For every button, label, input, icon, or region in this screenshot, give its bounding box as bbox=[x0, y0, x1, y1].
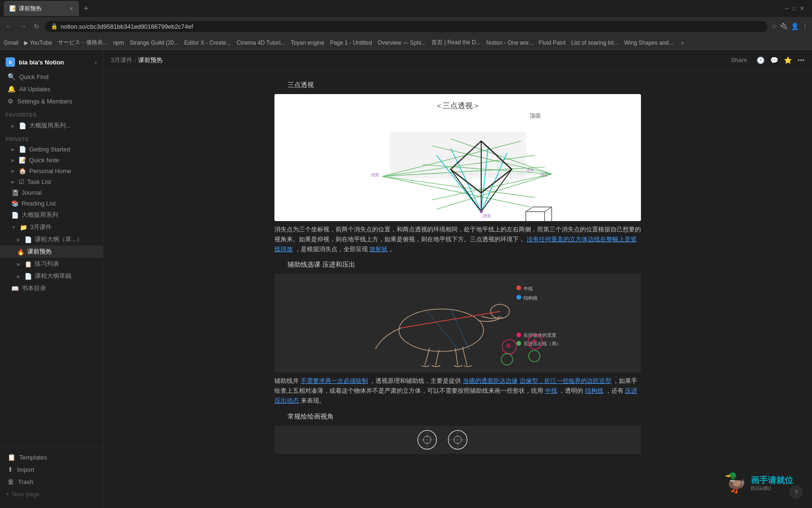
bookmark-strange-guild[interactable]: Strange Guild (20... bbox=[130, 40, 179, 46]
sidebar-item-course-outline[interactable]: ▶ 📄 课程大纲（草...） bbox=[0, 233, 103, 246]
svg-point-56 bbox=[529, 350, 540, 362]
sidebar-item-pre-class[interactable]: 🔥 课前预热 bbox=[0, 246, 103, 258]
sidebar-item-book-catalog[interactable]: 📖 书本目录 bbox=[0, 282, 103, 294]
import-label: Import bbox=[17, 466, 34, 473]
history-icon[interactable]: 🕐 bbox=[757, 56, 765, 64]
text1-link2[interactable]: 放射状 bbox=[369, 246, 388, 253]
share-button[interactable]: Share bbox=[727, 55, 751, 65]
svg-line-10 bbox=[383, 176, 535, 198]
bird-icon: 🦆 bbox=[724, 472, 747, 494]
workspace-icon: b bbox=[6, 57, 15, 67]
sidebar-item-quick-note[interactable]: ▶ 📝 Quick Note bbox=[0, 155, 103, 166]
maximize-button[interactable]: □ bbox=[793, 5, 796, 12]
sidebar-item-updates[interactable]: 🔔 All Updates bbox=[2, 83, 101, 95]
new-page-button[interactable]: + New page bbox=[0, 488, 103, 500]
sidebar-item-dapan[interactable]: 📄 大概版用系列 bbox=[0, 209, 103, 221]
bookmark-toyan[interactable]: Toyan engine bbox=[291, 40, 324, 46]
address-bar[interactable]: 🔒 notion.so/cbc3d9581bb341ed90186799eb2c… bbox=[45, 21, 767, 32]
bookmark-fluid[interactable]: Fluid Paint bbox=[539, 40, 566, 46]
profile-icon[interactable]: 👤 bbox=[791, 23, 799, 30]
svg-line-47 bbox=[462, 347, 467, 365]
refresh-button[interactable]: ↻ bbox=[32, 22, 41, 31]
sidebar-item-import[interactable]: ⬆ Import bbox=[2, 463, 101, 476]
svg-text:消失: 消失 bbox=[526, 168, 534, 173]
text1-content3: 。 bbox=[390, 246, 396, 253]
forward-button[interactable]: → bbox=[18, 22, 28, 31]
templates-icon: 📋 bbox=[8, 453, 16, 461]
text2-link5[interactable]: 结构线 bbox=[585, 387, 603, 394]
svg-text:中线: 中线 bbox=[523, 286, 533, 291]
svg-point-40 bbox=[516, 341, 521, 346]
bookmark-cinema4d[interactable]: Cinema 4D Tutori... bbox=[236, 40, 285, 46]
workspace-header[interactable]: b bia bia's Notion ● bbox=[0, 54, 103, 71]
bookmark-birds[interactable]: List of soaring bir... bbox=[571, 40, 619, 46]
sidebar-item-settings[interactable]: ⚙ Settings & Members bbox=[2, 95, 101, 107]
text2-content1: ，透视原理和辅助线，主要是提供 bbox=[369, 377, 461, 384]
close-button[interactable]: ✕ bbox=[800, 5, 804, 12]
svg-point-38 bbox=[516, 333, 521, 337]
tab-close-button[interactable]: ✕ bbox=[69, 6, 73, 12]
sidebar-bottom: 📋 Templates ⬆ Import 🗑 Trash + New page bbox=[0, 447, 103, 504]
star-icon[interactable]: ☆ bbox=[771, 23, 777, 30]
svg-point-53 bbox=[501, 354, 513, 365]
bookmark-service[interactable]: サービス・価格表... bbox=[58, 39, 108, 47]
reading-label: Reading List bbox=[22, 200, 55, 207]
sidebar-item-trash[interactable]: 🗑 Trash bbox=[2, 476, 101, 488]
bookmark-npm[interactable]: npm bbox=[113, 40, 124, 46]
sidebar-item-templates[interactable]: 📋 Templates bbox=[2, 451, 101, 463]
help-button[interactable]: ? bbox=[789, 485, 803, 499]
bookmark-youtube[interactable]: ▶ YouTube bbox=[24, 40, 52, 46]
sidebar-item-practice[interactable]: ▶ 📋 练习列表 bbox=[0, 258, 103, 270]
task-list-label: Task List bbox=[27, 178, 51, 185]
favorites-item-label: 大概版用系列... bbox=[29, 121, 71, 130]
bookmark-wing[interactable]: Wing Shapes and... bbox=[624, 40, 673, 46]
text2-link1[interactable]: 不需要求再一次必须绘制 bbox=[301, 377, 368, 384]
bookmark-read[interactable]: 首页 | Read the D... bbox=[431, 39, 481, 47]
chevron-down-icon: ▼ bbox=[11, 225, 16, 230]
breadcrumb: 3月课件 / 课前预热 bbox=[111, 56, 163, 64]
sidebar-item-reading-list[interactable]: 📚 Reading List bbox=[0, 198, 103, 209]
chevron-icon: ▶ bbox=[17, 274, 21, 279]
sidebar-item-favorites-1[interactable]: ▶ 📄 大概版用系列... bbox=[0, 119, 103, 132]
bookmark-notion[interactable]: Notion - One wor... bbox=[486, 40, 533, 46]
bookmark-overview[interactable]: Overview — Sphi... bbox=[378, 40, 426, 46]
breadcrumb-current: 课前预热 bbox=[138, 56, 163, 64]
app-layout: b bia bia's Notion ● 🔍 Quick Find 🔔 All … bbox=[0, 50, 812, 508]
bookmark-editor-x[interactable]: Editor X - Create... bbox=[184, 40, 231, 46]
browser-icons: ☆ 🔌 👤 ⋮ bbox=[771, 23, 808, 30]
sidebar-item-course-draft[interactable]: ▶ 📄 课程大纲草稿 bbox=[0, 270, 103, 282]
sidebar-item-quickfind[interactable]: 🔍 Quick Find bbox=[2, 71, 101, 83]
sidebar-item-getting-started[interactable]: ▶ 📄 Getting Started bbox=[0, 144, 103, 155]
note-icon: 📝 bbox=[19, 157, 26, 164]
more-options-icon[interactable]: ••• bbox=[797, 56, 804, 64]
fire-icon: 🔥 bbox=[17, 248, 24, 255]
workspace-badge: ● bbox=[94, 60, 97, 65]
breadcrumb-parent[interactable]: 3月课件 bbox=[111, 56, 133, 64]
settings-label: Settings & Members bbox=[17, 98, 72, 105]
comment-icon[interactable]: 💬 bbox=[770, 56, 778, 64]
menu-icon[interactable]: ⋮ bbox=[802, 23, 808, 30]
favorite-icon[interactable]: ⭐ bbox=[784, 56, 792, 64]
extension-icon[interactable]: 🔌 bbox=[780, 23, 788, 30]
bookmark-gmail[interactable]: Gmail bbox=[4, 40, 18, 46]
text2-link3[interactable]: 边缘型，折江一些临界的边距近型 bbox=[520, 377, 611, 384]
sidebar-item-task-list[interactable]: ▶ ☑ Task List bbox=[0, 176, 103, 187]
chevron-icon: ▶ bbox=[17, 262, 21, 267]
sidebar-item-journal[interactable]: 📓 Journal bbox=[0, 187, 103, 198]
active-tab[interactable]: 📝 课前预热 ✕ bbox=[4, 1, 79, 16]
back-button[interactable]: ← bbox=[4, 22, 14, 31]
text2-link4[interactable]: 中线 bbox=[545, 387, 557, 394]
svg-text:消失: 消失 bbox=[483, 214, 491, 218]
text2-link2[interactable]: 当礁的透面距达边缘 bbox=[463, 377, 518, 384]
bookmark-page1[interactable]: Page 1 - Untitled bbox=[330, 40, 372, 46]
sidebar-item-personal-home[interactable]: ▶ 🏠 Personal Home bbox=[0, 166, 103, 176]
minimize-button[interactable]: ─ bbox=[785, 5, 789, 12]
new-tab-button[interactable]: + bbox=[81, 4, 92, 14]
import-icon: ⬆ bbox=[8, 466, 13, 473]
text1-content2: ，是根据消失点，全部呈现 bbox=[295, 246, 368, 253]
sidebar-item-3month[interactable]: ▼ 📁 3月课件 bbox=[0, 221, 103, 233]
watermark: 🦆 画手请就位 BUGUBU bbox=[724, 472, 793, 494]
svg-point-34 bbox=[516, 286, 521, 290]
tab-bar: 📝 课前预热 ✕ + ─ □ ✕ bbox=[0, 0, 812, 17]
bookmarks-more[interactable]: » bbox=[681, 40, 684, 46]
